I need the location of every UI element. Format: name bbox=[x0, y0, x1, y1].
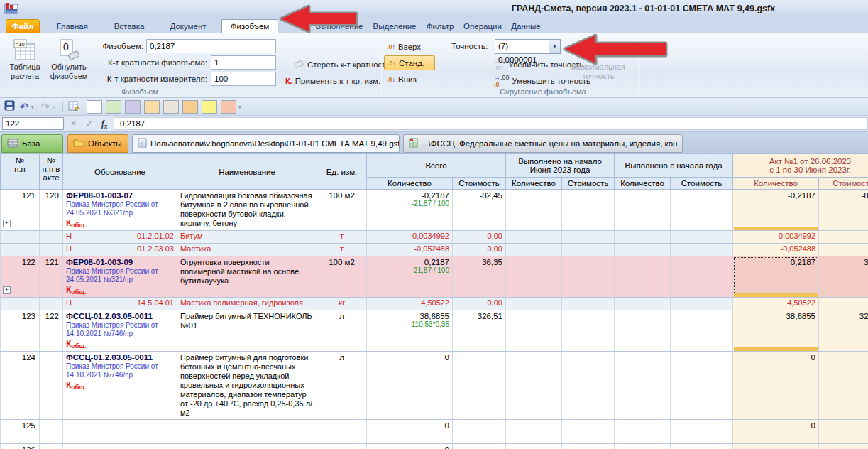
formula-value[interactable]: 0,2187 bbox=[114, 117, 868, 130]
grid-cell[interactable]: 0 bbox=[367, 352, 453, 420]
grid-cell[interactable]: 0,00 bbox=[453, 231, 506, 244]
col-header-num[interactable]: № п.п bbox=[1, 154, 40, 190]
grid-cell[interactable] bbox=[819, 444, 868, 449]
grid-cell[interactable]: Н01.2.01.02 bbox=[63, 231, 177, 244]
grid-cell[interactable] bbox=[63, 444, 177, 449]
tab-document-estimate[interactable]: Пользователи\v.bogdanova\Desktop\01-01-0… bbox=[132, 134, 400, 153]
ribbon-tab-2[interactable]: Главная bbox=[48, 20, 97, 33]
redo-icon[interactable]: ↷ bbox=[41, 100, 50, 114]
grid-cell[interactable] bbox=[671, 420, 733, 444]
grid-cell[interactable]: ФССЦ-01.2.03.05-0011Приказ Минстроя Росс… bbox=[63, 310, 177, 352]
grid-cell[interactable]: 0,00 bbox=[453, 244, 506, 256]
grid-cell[interactable] bbox=[615, 244, 671, 256]
col-header-done-year[interactable]: Выполнено с начала года bbox=[615, 154, 733, 178]
grid-cell[interactable]: 0 bbox=[733, 352, 819, 420]
grid-cell[interactable] bbox=[562, 231, 615, 244]
grid-cell[interactable] bbox=[506, 256, 562, 298]
cell-reference-input[interactable] bbox=[2, 117, 64, 130]
chevron-down-icon[interactable]: ▼ bbox=[549, 40, 560, 53]
grid-cell[interactable]: 126 bbox=[1, 444, 40, 449]
round-down-button[interactable]: .0↓ Вниз bbox=[384, 72, 435, 87]
grid-cell[interactable] bbox=[819, 420, 868, 444]
grid-cell[interactable] bbox=[671, 444, 733, 449]
grid-cell[interactable]: 122+ bbox=[1, 256, 40, 298]
subheader-qty[interactable]: Количество bbox=[506, 178, 562, 190]
grid-cell[interactable] bbox=[562, 310, 615, 352]
grid-cell[interactable]: 4,50522 bbox=[367, 298, 453, 310]
round-standard-button[interactable]: .0↕ Станд. bbox=[384, 55, 435, 70]
grid-cell[interactable]: -82,45 bbox=[819, 190, 868, 231]
grid-cell[interactable]: Праймер битумный для подготовки бетонных… bbox=[177, 352, 317, 420]
grid-cell[interactable] bbox=[671, 231, 733, 244]
grid-cell[interactable]: 125 bbox=[1, 420, 40, 444]
toolbar-overflow-icon[interactable]: ▾ bbox=[238, 100, 241, 114]
grid-cell[interactable]: т bbox=[317, 244, 367, 256]
grid-cell[interactable] bbox=[819, 298, 868, 310]
grid-cell[interactable]: 120 bbox=[40, 190, 63, 231]
ribbon-tab-8[interactable]: Фильтр bbox=[423, 20, 457, 33]
grid-cell[interactable]: 0,2187 bbox=[733, 256, 819, 298]
redo-dropdown-icon[interactable]: ▾ bbox=[53, 100, 55, 114]
grid-cell[interactable]: 124 bbox=[1, 352, 40, 420]
grid-cell[interactable]: Праймер битумный ТЕХНОНИКОЛЬ №01 bbox=[177, 310, 317, 352]
grid-cell[interactable] bbox=[506, 231, 562, 244]
grid-cell[interactable] bbox=[506, 352, 562, 420]
subheader-cost[interactable]: Стоимость bbox=[671, 178, 733, 190]
grid-cell[interactable]: -0,2187 bbox=[733, 190, 819, 231]
color-swatch-1[interactable] bbox=[87, 100, 102, 114]
grid-cell[interactable]: 38,6855110,53*0,35 bbox=[367, 310, 453, 352]
grid-cell[interactable]: ФЕР08-01-003-09Приказ Минстроя России от… bbox=[63, 256, 177, 298]
resource-row[interactable]: Н14.5.04.01Мастика полимерная, гидроизол… bbox=[1, 298, 868, 310]
grid-cell[interactable]: Мастика полимерная, гидроизоля… bbox=[177, 298, 317, 310]
grid-cell[interactable] bbox=[40, 231, 63, 244]
col-header-total[interactable]: Всего bbox=[367, 154, 506, 178]
grid-cell[interactable]: -0,0034992 bbox=[367, 231, 453, 244]
grid-cell[interactable]: 326,51 bbox=[453, 310, 506, 352]
subheader-cost[interactable]: Стоимость bbox=[562, 178, 615, 190]
grid-cell[interactable]: 326,51 bbox=[819, 310, 868, 352]
grid-cell[interactable] bbox=[615, 352, 671, 420]
round-up-button[interactable]: .0↑ Вверх bbox=[384, 39, 435, 54]
col-header-basis[interactable]: Обоснование bbox=[63, 154, 177, 190]
color-swatch-2[interactable] bbox=[106, 100, 121, 114]
grid-cell[interactable] bbox=[615, 420, 671, 444]
grid-cell[interactable]: 38,6855 bbox=[733, 310, 819, 352]
grid-cell[interactable]: 100 м2 bbox=[317, 190, 367, 231]
grid-cell[interactable] bbox=[562, 444, 615, 449]
grid-cell[interactable] bbox=[819, 352, 868, 420]
grid-cell[interactable] bbox=[453, 420, 506, 444]
fizobem-input[interactable] bbox=[146, 39, 276, 53]
grid-cell[interactable] bbox=[562, 256, 615, 298]
grid-cell[interactable] bbox=[671, 244, 733, 256]
grid-cell[interactable] bbox=[453, 444, 506, 449]
color-swatch-6[interactable] bbox=[182, 100, 198, 114]
grid-cell[interactable] bbox=[819, 244, 868, 256]
ribbon-tab-4[interactable]: Документ bbox=[162, 20, 214, 33]
grid-cell[interactable] bbox=[671, 256, 733, 298]
grid-cell[interactable]: 36,35 bbox=[819, 256, 868, 298]
calc-table-button[interactable]: =10 Таблица расчета bbox=[4, 37, 45, 94]
grid-cell[interactable] bbox=[40, 420, 63, 444]
grid-cell[interactable]: 121 bbox=[40, 256, 63, 298]
grid-cell[interactable] bbox=[506, 310, 562, 352]
grid-cell[interactable] bbox=[506, 190, 562, 231]
item-row[interactable]: 1260 bbox=[1, 444, 868, 449]
grid-cell[interactable]: -0,0034992 bbox=[733, 231, 819, 244]
grid-cell[interactable] bbox=[506, 298, 562, 310]
grid-cell[interactable] bbox=[177, 444, 317, 449]
color-swatch-3[interactable] bbox=[125, 100, 141, 114]
grid-cell[interactable]: 122 bbox=[40, 310, 63, 352]
col-header-act-num[interactable]: № п.п в акте bbox=[40, 154, 63, 190]
subheader-act-cost[interactable]: Стоимость bbox=[819, 178, 868, 190]
ribbon-tab-9[interactable]: Операции bbox=[463, 20, 502, 33]
grid-cell[interactable]: т bbox=[317, 231, 367, 244]
grid-cell[interactable]: -0,052488 bbox=[733, 244, 819, 256]
subheader-cost[interactable]: Стоимость bbox=[453, 178, 506, 190]
grid-cell[interactable] bbox=[40, 352, 63, 420]
grid-cell[interactable] bbox=[1, 244, 40, 256]
grid-cell[interactable] bbox=[40, 444, 63, 449]
tab-objects[interactable]: Объекты bbox=[67, 134, 128, 153]
ribbon-tab-10[interactable]: Данные bbox=[508, 20, 544, 33]
grid-cell[interactable] bbox=[615, 231, 671, 244]
grid-cell[interactable] bbox=[562, 352, 615, 420]
